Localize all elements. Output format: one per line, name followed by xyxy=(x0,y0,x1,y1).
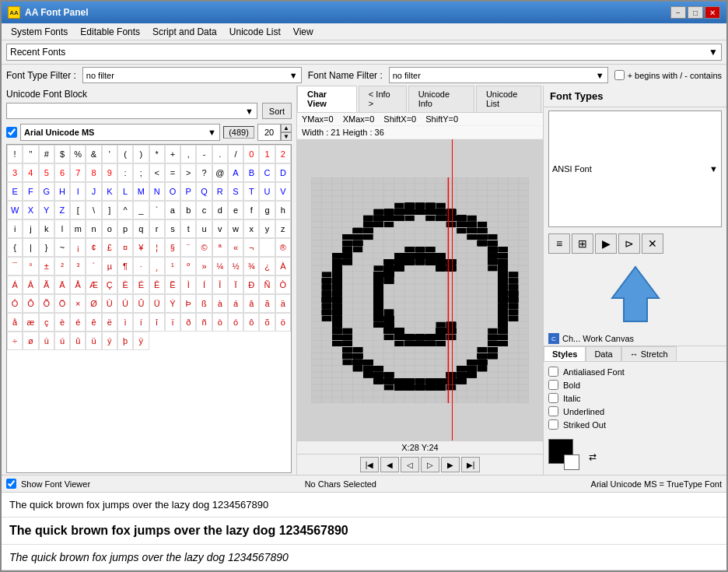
char-cell[interactable]: ¯ xyxy=(7,257,23,275)
char-cell[interactable]: S xyxy=(228,182,243,201)
char-cell[interactable]: ê xyxy=(86,313,101,332)
begins-with-checkbox[interactable] xyxy=(614,70,625,80)
char-cell[interactable]: ~ xyxy=(54,238,70,257)
char-cell[interactable]: ' xyxy=(102,145,117,163)
char-cell[interactable]: { xyxy=(7,238,23,257)
char-cell[interactable]: Ð xyxy=(243,275,259,294)
char-cell[interactable]: ^ xyxy=(117,201,133,219)
italic-option[interactable]: Italic xyxy=(548,393,722,403)
char-cell[interactable]: ö xyxy=(275,313,291,332)
char-cell[interactable]: ² xyxy=(54,257,70,275)
antialiased-checkbox[interactable] xyxy=(548,367,558,377)
char-cell[interactable]: 6 xyxy=(54,163,70,182)
tab-unicode-info[interactable]: Unicode Info xyxy=(408,86,474,112)
char-cell[interactable]: K xyxy=(102,182,117,201)
char-cell[interactable]: M xyxy=(133,182,149,201)
char-cell[interactable]: % xyxy=(70,145,86,163)
char-cell[interactable]: 0 xyxy=(243,145,259,163)
char-cell[interactable]: þ xyxy=(117,332,133,350)
tool-list-button[interactable]: ≡ xyxy=(548,233,570,254)
char-cell[interactable]: Ç xyxy=(102,275,117,294)
char-cell[interactable]: g xyxy=(259,201,275,219)
char-cell[interactable]: 1 xyxy=(259,145,275,163)
char-cell[interactable]: N xyxy=(149,182,165,201)
char-cell[interactable]: £ xyxy=(102,238,117,257)
char-cell[interactable]: @ xyxy=(212,163,228,182)
char-cell[interactable]: æ xyxy=(23,313,38,332)
char-cell[interactable]: B xyxy=(243,163,259,182)
char-cell[interactable]: J xyxy=(86,182,101,201)
font-type-dropdown[interactable]: no filter ▼ xyxy=(82,67,302,83)
char-cell[interactable]: ý xyxy=(102,332,117,350)
char-cell[interactable]: t xyxy=(180,219,196,238)
char-cell[interactable]: C xyxy=(259,163,275,182)
char-cell[interactable]: ë xyxy=(102,313,117,332)
char-cell[interactable]: w xyxy=(228,219,243,238)
char-cell[interactable]: 3 xyxy=(7,163,23,182)
char-cell[interactable]: 9 xyxy=(102,163,117,182)
char-cell[interactable]: Ë xyxy=(165,275,180,294)
char-cell[interactable]: ð xyxy=(180,313,196,332)
char-cell[interactable]: · xyxy=(133,257,149,275)
char-cell[interactable]: - xyxy=(196,145,212,163)
nav-last-button[interactable]: ▶| xyxy=(461,457,480,472)
show-font-viewer-checkbox[interactable] xyxy=(6,479,16,489)
char-cell[interactable]: 8 xyxy=(86,163,101,182)
char-cell[interactable]: , xyxy=(180,145,196,163)
nav-next-small-button[interactable]: ▷ xyxy=(421,457,439,472)
menu-view[interactable]: View xyxy=(287,25,320,39)
char-cell[interactable]: = xyxy=(165,163,180,182)
char-cell[interactable]: v xyxy=(212,219,228,238)
char-cell[interactable]: V xyxy=(275,182,291,201)
char-cell[interactable]: © xyxy=(196,238,212,257)
tool-grid-button[interactable]: ⊞ xyxy=(572,233,593,254)
char-cell[interactable]: H xyxy=(54,182,70,201)
char-cell[interactable]: l xyxy=(54,219,70,238)
char-cell[interactable]: / xyxy=(228,145,243,163)
char-cell[interactable]: q xyxy=(133,219,149,238)
char-cell[interactable]: 4 xyxy=(23,163,38,182)
tool-settings-button[interactable]: ✕ xyxy=(642,233,663,254)
char-cell[interactable]: ° xyxy=(23,257,38,275)
char-cell[interactable]: Ê xyxy=(149,275,165,294)
char-cell[interactable]: k xyxy=(39,219,54,238)
char-cell[interactable]: T xyxy=(243,182,259,201)
char-cell[interactable]: a xyxy=(165,201,180,219)
char-cell[interactable]: Ü xyxy=(149,294,165,313)
char-cell[interactable]: ] xyxy=(102,201,117,219)
char-cell[interactable]: $ xyxy=(54,145,70,163)
char-cell[interactable]: ¾ xyxy=(243,257,259,275)
char-cell[interactable]: ¹ xyxy=(165,257,180,275)
char-cell[interactable]: | xyxy=(23,238,38,257)
char-cell[interactable]: m xyxy=(70,219,86,238)
font-block-dropdown[interactable]: ▼ xyxy=(6,103,257,119)
char-cell[interactable]: n xyxy=(86,219,101,238)
char-cell[interactable]: A xyxy=(228,163,243,182)
char-cell[interactable]: F xyxy=(23,182,38,201)
char-cell[interactable]: ( xyxy=(117,145,133,163)
char-cell[interactable]: ³ xyxy=(70,257,86,275)
char-cell[interactable]: # xyxy=(39,145,54,163)
minimize-button[interactable]: − xyxy=(670,6,686,19)
char-cell[interactable]: » xyxy=(196,257,212,275)
char-cell[interactable]: z xyxy=(275,219,291,238)
tab-info[interactable]: < Info > xyxy=(359,86,407,112)
char-cell[interactable]: ) xyxy=(133,145,149,163)
char-cell[interactable]: R xyxy=(212,182,228,201)
char-cell[interactable]: Ú xyxy=(117,294,133,313)
size-down-button[interactable]: ▼ xyxy=(281,132,292,141)
char-cell[interactable]: ì xyxy=(117,313,133,332)
char-cell[interactable]: Ô xyxy=(23,294,38,313)
char-cell[interactable]: Â xyxy=(23,275,38,294)
char-cell[interactable]: Ï xyxy=(228,275,243,294)
char-cell[interactable]: : xyxy=(117,163,133,182)
char-cell[interactable]: Õ xyxy=(39,294,54,313)
char-cell[interactable]: _ xyxy=(133,201,149,219)
char-cell[interactable]: À xyxy=(275,257,291,275)
char-cell[interactable]: Ã xyxy=(39,275,54,294)
char-cell[interactable]: O xyxy=(165,182,180,201)
char-cell[interactable]: } xyxy=(39,238,54,257)
char-cell[interactable]: ± xyxy=(39,257,54,275)
begins-with-checkbox-label[interactable]: + begins with / - contains xyxy=(614,70,722,80)
striked-option[interactable]: Striked Out xyxy=(548,419,722,430)
